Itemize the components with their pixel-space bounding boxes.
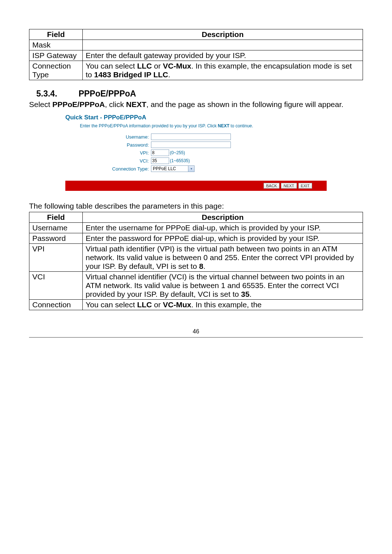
form-row-username: Username: bbox=[65, 134, 327, 140]
col-header-field: Field bbox=[29, 212, 83, 223]
next-button[interactable]: NEXT bbox=[281, 183, 297, 189]
back-button[interactable]: BACK bbox=[264, 183, 279, 189]
desc-cell bbox=[83, 40, 363, 50]
desc-cell: Enter the username for PPPoE dial-up, wh… bbox=[83, 223, 363, 233]
table-row: ISP Gateway Enter the default gateway pr… bbox=[29, 50, 363, 61]
vpi-label: VPI: bbox=[65, 150, 151, 156]
field-cell: VCI bbox=[29, 272, 83, 300]
field-cell: Connection Type bbox=[29, 61, 83, 80]
col-header-description: Description bbox=[83, 29, 363, 40]
figure-title: Quick Start - PPPoE/PPPoA bbox=[65, 114, 327, 121]
field-cell: VPI bbox=[29, 244, 83, 272]
form-row-password: Password: bbox=[65, 141, 327, 148]
connection-type-label: Connection Type: bbox=[65, 166, 151, 172]
section-title: PPPoE/PPPoA bbox=[78, 89, 136, 98]
username-input[interactable] bbox=[151, 134, 231, 140]
username-label: Username: bbox=[65, 134, 151, 140]
field-cell: Connection bbox=[29, 300, 83, 310]
footer-rule bbox=[29, 337, 363, 338]
figure-button-bar: BACK NEXT EXIT bbox=[65, 181, 327, 191]
desc-cell: Virtual path identifier (VPI) is the vir… bbox=[83, 244, 363, 272]
desc-cell: Virtual channel identifier (VCI) is the … bbox=[83, 272, 363, 300]
field-cell: Username bbox=[29, 223, 83, 233]
col-header-field: Field bbox=[29, 29, 83, 40]
section-intro: Select PPPoE/PPPoA, click NEXT, and the … bbox=[29, 100, 363, 109]
vci-range-hint: (1~65535) bbox=[170, 158, 190, 163]
section-heading: 5.3.4. PPPoE/PPPoA bbox=[36, 89, 363, 99]
desc-cell: You can select LLC or VC-Mux. In this ex… bbox=[83, 61, 363, 80]
chevron-down-icon: ▾ bbox=[188, 166, 194, 172]
table-row: VPI Virtual path identifier (VPI) is the… bbox=[29, 244, 363, 272]
table-row: Connection You can select LLC or VC-Mux.… bbox=[29, 300, 363, 310]
form-row-vpi: VPI: (0~255) bbox=[65, 149, 327, 156]
page-number: 46 bbox=[29, 328, 363, 335]
table-row: Password Enter the password for PPPoE di… bbox=[29, 233, 363, 244]
connection-type-select[interactable]: PPPoE LLC ▾ bbox=[151, 165, 195, 172]
desc-cell: You can select LLC or VC-Mux. In this ex… bbox=[83, 300, 363, 310]
figure-subtitle: Enter the PPPoE/PPPoA information provid… bbox=[80, 123, 327, 128]
parameters-table-1: Field Description Mask ISP Gateway Enter… bbox=[29, 29, 363, 80]
parameters-table-2: Field Description Username Enter the use… bbox=[29, 212, 363, 310]
section-number: 5.3.4. bbox=[36, 89, 76, 99]
table-row: Mask bbox=[29, 40, 363, 50]
password-input[interactable] bbox=[151, 141, 231, 148]
col-header-description: Description bbox=[83, 212, 363, 223]
connection-type-value: PPPoE LLC bbox=[153, 166, 176, 171]
vci-label: VCI: bbox=[65, 158, 151, 164]
vci-input[interactable] bbox=[151, 157, 169, 164]
password-label: Password: bbox=[65, 142, 151, 148]
field-cell: Mask bbox=[29, 40, 83, 50]
vpi-range-hint: (0~255) bbox=[170, 150, 185, 155]
quick-start-figure: Quick Start - PPPoE/PPPoA Enter the PPPo… bbox=[65, 114, 327, 191]
exit-button[interactable]: EXIT bbox=[298, 183, 312, 189]
desc-cell: Enter the default gateway provided by yo… bbox=[83, 50, 363, 61]
vpi-input[interactable] bbox=[151, 149, 169, 156]
desc-cell: Enter the password for PPPoE dial-up, wh… bbox=[83, 233, 363, 244]
form-row-connection-type: Connection Type: PPPoE LLC ▾ bbox=[65, 165, 327, 172]
field-cell: ISP Gateway bbox=[29, 50, 83, 61]
table-row: VCI Virtual channel identifier (VCI) is … bbox=[29, 272, 363, 300]
field-cell: Password bbox=[29, 233, 83, 244]
table-2-caption: The following table describes the parame… bbox=[29, 202, 363, 210]
form-row-vci: VCI: (1~65535) bbox=[65, 157, 327, 164]
table-row: Username Enter the username for PPPoE di… bbox=[29, 223, 363, 233]
table-row: Connection Type You can select LLC or VC… bbox=[29, 61, 363, 80]
